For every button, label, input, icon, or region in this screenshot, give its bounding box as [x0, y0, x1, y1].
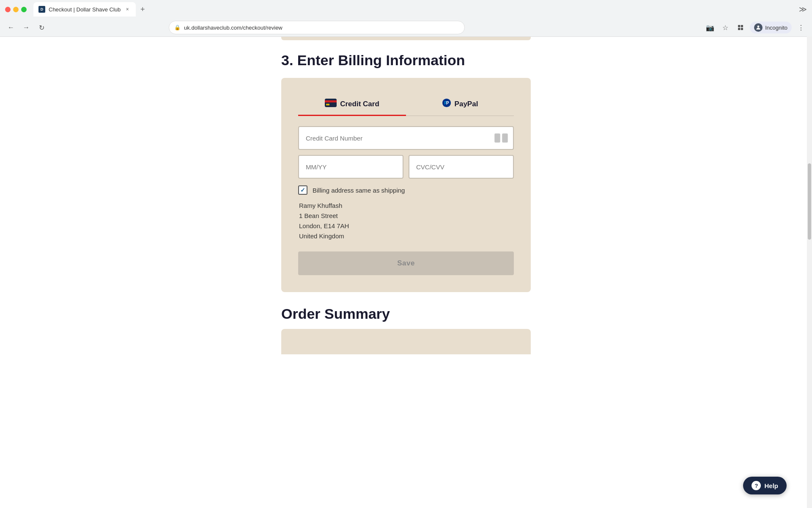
close-window-button[interactable] — [5, 7, 11, 12]
credit-card-icon — [325, 99, 337, 109]
order-summary-card — [281, 329, 531, 354]
expiry-input[interactable] — [298, 155, 403, 179]
minimize-window-button[interactable] — [13, 7, 19, 12]
svg-rect-2 — [738, 28, 740, 30]
order-summary-section: Order Summary — [281, 306, 531, 322]
svg-rect-5 — [325, 99, 337, 107]
svg-rect-0 — [738, 25, 740, 27]
refresh-button[interactable]: ↻ — [36, 22, 47, 33]
save-button[interactable]: Save — [298, 251, 514, 275]
incognito-profile-button[interactable]: Incognito — [750, 22, 792, 33]
browser-menu-button[interactable]: ⋮ — [795, 22, 807, 33]
billing-section-heading: 3. Enter Billing Information — [281, 52, 531, 69]
address-info: Ramy Khuffash 1 Bean Street London, E14 … — [298, 201, 514, 241]
order-summary-heading: Order Summary — [281, 306, 531, 322]
tab-close-button[interactable]: × — [124, 6, 131, 13]
card-number-field-wrapper — [298, 126, 514, 150]
svg-point-4 — [757, 25, 760, 28]
card-number-input[interactable] — [298, 126, 514, 150]
svg-rect-7 — [326, 104, 329, 105]
address-bar[interactable]: 🔒 uk.dollarshaveclub.com/checkout/review — [169, 21, 465, 34]
help-icon: ? — [752, 481, 761, 490]
address-city-postcode: London, E14 7AH — [299, 221, 514, 231]
card-brand-icon — [494, 134, 508, 142]
tab-bar: D Checkout | Dollar Shave Club × + — [33, 2, 796, 17]
address-name: Ramy Khuffash — [299, 201, 514, 211]
tab-credit-card[interactable]: Credit Card — [298, 93, 406, 116]
address-bar-row: ← → ↻ 🔒 uk.dollarshaveclub.com/checkout/… — [0, 19, 812, 36]
browser-titlebar: D Checkout | Dollar Shave Club × + ≫ — [0, 0, 812, 19]
lock-icon: 🔒 — [174, 25, 181, 30]
extension-icon[interactable] — [735, 22, 746, 33]
checkmark-icon: ✓ — [300, 187, 305, 193]
expiry-cvv-row — [298, 155, 514, 179]
back-button[interactable]: ← — [5, 22, 17, 33]
help-button[interactable]: ? Help — [743, 477, 787, 494]
cvv-input[interactable] — [409, 155, 514, 179]
svg-rect-1 — [741, 25, 743, 27]
maximize-window-button[interactable] — [21, 7, 27, 12]
scrollbar-thumb[interactable] — [808, 163, 811, 240]
toolbar-right: 📷 ☆ Incognito ⋮ — [704, 22, 807, 33]
svg-rect-11 — [495, 134, 500, 143]
tab-paypal[interactable]: P P PayPal — [406, 93, 514, 116]
camera-icon[interactable]: 📷 — [704, 22, 716, 33]
billing-card: Credit Card P P PayPal — [281, 78, 531, 292]
credit-card-tab-label: Credit Card — [340, 100, 379, 108]
payment-tabs: Credit Card P P PayPal — [298, 93, 514, 116]
scrollbar[interactable] — [807, 36, 812, 508]
profile-avatar-icon — [754, 23, 763, 32]
billing-same-label: Billing address same as shipping — [313, 187, 405, 194]
help-label: Help — [764, 482, 778, 489]
billing-same-shipping-row: ✓ Billing address same as shipping — [298, 185, 514, 195]
more-tabs-button[interactable]: ≫ — [799, 5, 807, 14]
browser-chrome: D Checkout | Dollar Shave Club × + ≫ ← →… — [0, 0, 812, 37]
address-country: United Kingdom — [299, 231, 514, 241]
svg-rect-6 — [325, 100, 337, 102]
forward-button[interactable]: → — [20, 22, 32, 33]
url-text: uk.dollarshaveclub.com/checkout/review — [184, 25, 283, 31]
address-street: 1 Bean Street — [299, 211, 514, 221]
paypal-tab-label: PayPal — [455, 100, 478, 108]
svg-text:P: P — [446, 101, 449, 105]
traffic-lights — [5, 7, 27, 12]
tab-title: Checkout | Dollar Shave Club — [49, 6, 121, 13]
new-tab-button[interactable]: + — [137, 3, 148, 15]
top-card-remnant — [281, 37, 531, 40]
tab-favicon: D — [38, 6, 45, 13]
page-content: 3. Enter Billing Information Credit Card — [0, 37, 812, 508]
svg-rect-3 — [741, 28, 743, 30]
profile-label: Incognito — [765, 25, 787, 31]
main-content: 3. Enter Billing Information Credit Card — [0, 40, 812, 354]
paypal-icon: P P — [442, 98, 451, 110]
active-tab[interactable]: D Checkout | Dollar Shave Club × — [33, 2, 136, 17]
bookmark-icon[interactable]: ☆ — [719, 22, 731, 33]
svg-rect-12 — [502, 134, 508, 143]
billing-same-checkbox[interactable]: ✓ — [298, 185, 307, 195]
